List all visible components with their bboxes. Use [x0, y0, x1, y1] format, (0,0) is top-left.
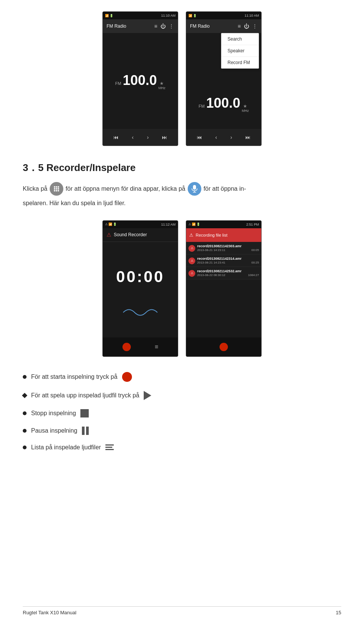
- svg-point-1: [56, 186, 57, 188]
- file-meta-3: 2013-08-22 08:30:12 1084:27: [197, 273, 259, 277]
- fm-star-1: ★: [160, 81, 164, 86]
- recorder-controls: ≡: [103, 337, 178, 356]
- intro-part3: för att öppna in-: [204, 184, 246, 195]
- file-info-3: record20130821142532.amr 2013-08-22 08:3…: [197, 269, 259, 277]
- app-title-1: FM Radio: [107, 24, 126, 29]
- next-icon-1: ›: [147, 134, 149, 140]
- svg-point-8: [58, 190, 59, 191]
- skip-back-icon-1: ⏮: [113, 134, 119, 140]
- recorder-timer: 00:00: [116, 268, 164, 286]
- menu-item-speaker[interactable]: Speaker: [221, 45, 259, 57]
- bullet-text-3: Stopp inspelning: [31, 410, 76, 417]
- bullet-item-4: Pausa inspelning: [23, 427, 341, 435]
- app-bar-2: FM Radio ≡ ⏻ ⋮: [186, 19, 261, 33]
- record-button[interactable]: [122, 343, 131, 351]
- status-time-2: 11:10 AM: [245, 14, 259, 17]
- prev-icon-1: ‹: [132, 134, 134, 140]
- file-size-3: 1084:27: [248, 273, 259, 277]
- bullet-dot-1: [23, 375, 27, 379]
- recorder-status-bar: ⚠ 📶 🔋 11:12 AM: [103, 221, 178, 228]
- file-icon-3: ⚠: [188, 270, 195, 277]
- fm-label-1: FM: [115, 81, 121, 86]
- file-date-2: 2013-08-21 14:23:41: [197, 261, 225, 264]
- prev-icon-2: ‹: [215, 134, 217, 140]
- bullet-item-1: För att starta inspelning tryck på: [23, 372, 341, 382]
- fm-unit-1: MHz: [158, 86, 166, 90]
- bullet-text-5: Lista på inspelade ljudfiler: [31, 444, 101, 451]
- status-bar-1: 📶 🔋 11:10 AM: [103, 12, 178, 19]
- more-icon-2: ⋮: [252, 23, 257, 29]
- bottom-screenshots-row: ⚠ 📶 🔋 11:12 AM ⚠ Sound Recorder 00:00 ≡ …: [23, 220, 341, 357]
- recorder-app-bar: ⚠ Sound Recorder: [103, 228, 178, 242]
- filelist-record-btn[interactable]: [220, 343, 228, 351]
- file-date-3: 2013-08-22 08:30:12: [197, 273, 225, 277]
- file-warning-1: ⚠: [191, 246, 193, 250]
- app-title-2: FM Radio: [190, 24, 210, 29]
- power-icon-1: ⏻: [160, 23, 166, 29]
- fm-content-1: FM 100.0 ★ MHz: [103, 33, 178, 129]
- stop-square-icon: [80, 409, 89, 417]
- page-footer: Rugtel Tank X10 Manual 15: [23, 606, 341, 615]
- bullet-dot-5: [23, 446, 27, 449]
- next-icon-2: ›: [231, 134, 232, 140]
- svg-point-6: [54, 190, 55, 191]
- filelist-time: 2:51 PM: [246, 223, 259, 226]
- file-item-3[interactable]: ⚠ record20130821142532.amr 2013-08-22 08…: [186, 267, 261, 279]
- bullet-item-5: Lista på inspelade ljudfiler: [23, 444, 341, 451]
- pause-bar-left: [82, 427, 85, 435]
- intro-paragraph: Klicka på för att öppna menyn för dina a…: [23, 182, 341, 209]
- menu-item-search[interactable]: Search: [221, 33, 259, 45]
- footer-right: 15: [336, 610, 341, 615]
- bullet-diamond-2: [22, 393, 27, 398]
- bullet-item-3: Stopp inspelning: [23, 409, 341, 417]
- filelist-status-icons: ⚠ 📶 🔋: [188, 223, 200, 226]
- bullet-text-1: För att starta inspelning tryck på: [31, 373, 118, 380]
- section-heading: 3．5 Recorder/Inspelare: [23, 161, 341, 174]
- pause-bars-icon: [82, 427, 89, 435]
- grid-apps-icon: [50, 182, 63, 196]
- bullet-list: För att starta inspelning tryck på För a…: [23, 372, 341, 451]
- list-icon-2: ≡: [238, 23, 241, 29]
- top-screenshots-row: 📶 🔋 11:10 AM FM Radio ≡ ⏻ ⋮ FM 100.0 ★ M…: [23, 11, 341, 146]
- skip-fwd-icon-2: ⏭: [245, 134, 251, 140]
- footer-left: Rugtel Tank X10 Manual: [23, 610, 76, 615]
- fm-frequency-2: 100.0: [206, 95, 240, 111]
- filelist-header: ⚠ Recording file list: [186, 228, 261, 242]
- phone-screen-2: 📶 🔋 11:10 AM FM Radio ≡ ⏻ ⋮ Search Speak…: [186, 11, 262, 146]
- more-icon-1: ⋮: [169, 23, 174, 29]
- menu-item-record-fm[interactable]: Record FM: [221, 57, 259, 68]
- file-date-1: 2013-08-21 14:23:11: [197, 248, 225, 252]
- file-name-2: record20130821142314.amr: [197, 257, 256, 260]
- svg-point-3: [54, 188, 55, 190]
- svg-point-4: [56, 188, 57, 190]
- app-bar-icons-1: ≡ ⏻ ⋮: [154, 23, 174, 29]
- filelist-bottom: [186, 337, 261, 356]
- filelist-screen: ⚠ 📶 🔋 2:51 PM ⚠ Recording file list ⚠ re…: [186, 220, 262, 357]
- list-icon-1: ≡: [154, 23, 157, 29]
- status-bar-2: 📶 🔋 11:10 AM: [186, 12, 261, 19]
- recorder-wave: [121, 305, 159, 322]
- status-icons-left-2: 📶 🔋: [188, 14, 197, 17]
- file-item-1[interactable]: ⚠ record20130821142303.amr 2013-08-21 14…: [186, 242, 261, 254]
- file-item-2[interactable]: ⚠ record20130821142314.amr 2013-08-21 14…: [186, 254, 261, 267]
- bullet-dot-4: [23, 429, 27, 433]
- svg-point-7: [56, 190, 57, 191]
- file-name-1: record20130821142303.amr: [197, 244, 256, 248]
- recorder-time: 11:12 AM: [161, 223, 176, 226]
- intro-part2: för att öppna menyn för dina appar, klic…: [66, 184, 185, 195]
- red-record-icon: [122, 372, 132, 382]
- power-icon-2: ⏻: [244, 23, 249, 29]
- file-info-2: record20130821142314.amr 2013-08-21 14:2…: [197, 257, 259, 264]
- recorder-screen: ⚠ 📶 🔋 11:12 AM ⚠ Sound Recorder 00:00 ≡: [102, 220, 178, 357]
- file-icon-2: ⚠: [188, 257, 195, 264]
- fm-freq-row-1: FM 100.0 ★ MHz: [115, 72, 165, 90]
- file-size-1: 00:05: [251, 248, 259, 252]
- file-meta-2: 2013-08-21 14:23:41 00:25: [197, 261, 259, 264]
- dropdown-menu: Search Speaker Record FM: [221, 33, 259, 69]
- fm-frequency-1: 100.0: [123, 72, 157, 88]
- microphone-icon: [188, 182, 201, 196]
- skip-fwd-icon-1: ⏭: [162, 134, 167, 140]
- bullet-text-2: För att spela upp inspelad ljudfil tryck…: [31, 392, 139, 399]
- list-view-icon[interactable]: ≡: [155, 344, 158, 350]
- fm-star-2: ★: [243, 104, 247, 109]
